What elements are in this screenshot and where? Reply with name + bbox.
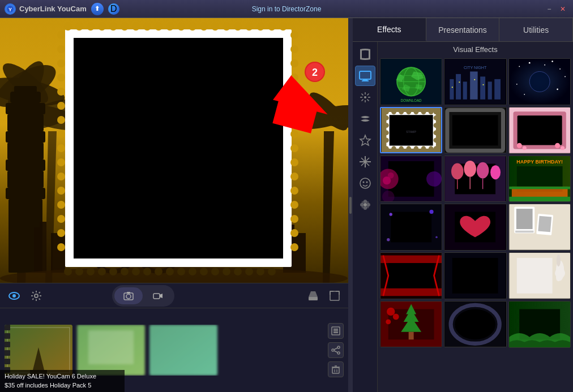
svg-point-124 bbox=[35, 294, 38, 298]
svg-point-47 bbox=[64, 23, 72, 31]
effect-thumb-stamp[interactable]: STAMP bbox=[380, 107, 442, 154]
tab-presentations[interactable]: Presentations bbox=[426, 18, 500, 41]
svg-point-269 bbox=[426, 171, 442, 186]
effect-thumb-bunny[interactable] bbox=[508, 252, 571, 299]
svg-point-99 bbox=[57, 215, 65, 223]
update-icon[interactable]: ⬆ bbox=[91, 3, 104, 15]
effect-thumb-balloons[interactable] bbox=[444, 156, 506, 203]
effect-thumb-space[interactable] bbox=[508, 58, 571, 105]
svg-point-57 bbox=[177, 23, 185, 31]
emoji-sidebar-button[interactable] bbox=[355, 173, 375, 193]
sign-in-link[interactable]: Sign in to DirectorZone bbox=[252, 5, 322, 13]
svg-point-221 bbox=[516, 84, 518, 85]
svg-point-59 bbox=[200, 23, 208, 31]
svg-point-104 bbox=[290, 59, 298, 67]
share-button[interactable] bbox=[328, 342, 344, 358]
svg-point-181 bbox=[360, 178, 370, 188]
minimize-button[interactable]: − bbox=[544, 3, 555, 15]
splitter-handle bbox=[349, 197, 352, 214]
svg-rect-202 bbox=[450, 79, 454, 100]
svg-point-61 bbox=[223, 23, 230, 31]
effect-thumb-birthday[interactable]: HAPPY BIRTHDAY! bbox=[508, 156, 571, 203]
svg-rect-287 bbox=[391, 212, 431, 243]
settings-button[interactable] bbox=[28, 288, 44, 304]
mask-sidebar-button[interactable] bbox=[355, 109, 375, 129]
effect-thumb-ribbon[interactable] bbox=[380, 252, 442, 299]
display-sidebar-button[interactable] bbox=[355, 66, 375, 86]
photo-capture-button[interactable] bbox=[114, 287, 143, 304]
section-title: Visual Effects bbox=[378, 42, 573, 56]
svg-rect-128 bbox=[153, 294, 160, 299]
effect-thumb-heart[interactable] bbox=[444, 204, 506, 251]
main-container: 2 bbox=[0, 18, 573, 392]
svg-marker-176 bbox=[360, 135, 370, 145]
close-button[interactable]: ✕ bbox=[557, 3, 568, 15]
panel-splitter[interactable] bbox=[348, 18, 353, 392]
svg-rect-145 bbox=[88, 330, 134, 364]
svg-rect-20 bbox=[14, 86, 37, 93]
svg-point-260 bbox=[516, 143, 521, 148]
svg-point-91 bbox=[57, 102, 65, 110]
filmstrip: Holiday SALE! YouCam 6 Deluxe $35 off in… bbox=[0, 308, 348, 392]
svg-point-66 bbox=[279, 23, 287, 31]
svg-rect-212 bbox=[483, 84, 484, 85]
directzone-icon[interactable]: D bbox=[108, 3, 119, 15]
svg-point-263 bbox=[561, 146, 565, 150]
svg-point-54 bbox=[143, 23, 151, 31]
effect-thumb-pink-frame[interactable] bbox=[508, 107, 571, 154]
effects-row-6 bbox=[380, 301, 571, 348]
effect-thumb-city[interactable]: CITY NIGHT bbox=[444, 58, 506, 105]
svg-rect-163 bbox=[369, 49, 370, 59]
snapshot-list-button[interactable] bbox=[328, 323, 344, 339]
svg-point-268 bbox=[388, 172, 394, 178]
svg-point-235 bbox=[429, 109, 434, 114]
tab-utilities[interactable]: Utilities bbox=[499, 18, 573, 41]
delete-film-button[interactable] bbox=[328, 361, 344, 377]
svg-point-230 bbox=[391, 109, 396, 114]
effect-thumb-flowers[interactable] bbox=[380, 156, 442, 203]
svg-point-290 bbox=[387, 238, 390, 241]
svg-point-249 bbox=[434, 115, 439, 120]
snow-sidebar-button[interactable] bbox=[355, 152, 375, 172]
svg-point-250 bbox=[434, 123, 439, 128]
film-thumbnail-1[interactable] bbox=[5, 325, 72, 376]
svg-point-68 bbox=[75, 268, 83, 275]
sparkle-sidebar-button[interactable] bbox=[355, 87, 375, 107]
effects-panel: Visual Effects DOWNLOAD CITY NIGHT bbox=[353, 42, 573, 392]
flower-sidebar-button[interactable] bbox=[355, 195, 375, 215]
effect-thumb-globe[interactable]: DOWNLOAD bbox=[380, 58, 442, 105]
effect-thumb-oval[interactable] bbox=[444, 301, 506, 348]
svg-text:2: 2 bbox=[312, 67, 318, 78]
star-sidebar-button[interactable] bbox=[355, 130, 375, 150]
svg-point-314 bbox=[386, 319, 391, 324]
svg-rect-19 bbox=[10, 92, 41, 103]
effect-thumb-christmas[interactable] bbox=[380, 301, 442, 348]
film-thumbnail-2[interactable] bbox=[77, 325, 145, 376]
effect-thumb-photo-strip[interactable] bbox=[508, 204, 571, 251]
tab-effects[interactable]: Effects bbox=[353, 18, 426, 41]
effect-thumb-dark-sparkle[interactable] bbox=[380, 204, 442, 251]
frames-sidebar-button[interactable] bbox=[355, 44, 375, 64]
film-thumbnail-3[interactable] bbox=[149, 325, 217, 376]
svg-point-307 bbox=[556, 255, 560, 267]
effect-thumb-dark2[interactable] bbox=[444, 252, 506, 299]
svg-point-191 bbox=[361, 206, 364, 209]
video-capture-button[interactable] bbox=[144, 287, 172, 304]
svg-point-78 bbox=[189, 268, 196, 275]
erase-button[interactable] bbox=[305, 288, 321, 304]
svg-point-60 bbox=[211, 23, 219, 31]
svg-point-289 bbox=[429, 210, 433, 214]
svg-rect-256 bbox=[452, 115, 498, 145]
svg-point-291 bbox=[435, 236, 438, 239]
svg-point-88 bbox=[57, 59, 65, 67]
expand-button[interactable] bbox=[327, 288, 343, 304]
eye-toggle-button[interactable] bbox=[6, 287, 23, 304]
effect-thumb-garden[interactable] bbox=[508, 301, 571, 348]
svg-rect-18 bbox=[6, 103, 45, 114]
svg-line-173 bbox=[367, 100, 369, 101]
svg-point-116 bbox=[290, 229, 298, 237]
svg-point-63 bbox=[245, 23, 253, 31]
icon-sidebar bbox=[353, 42, 378, 392]
effect-thumb-dark-frame[interactable] bbox=[444, 107, 506, 154]
svg-rect-318 bbox=[409, 332, 414, 339]
